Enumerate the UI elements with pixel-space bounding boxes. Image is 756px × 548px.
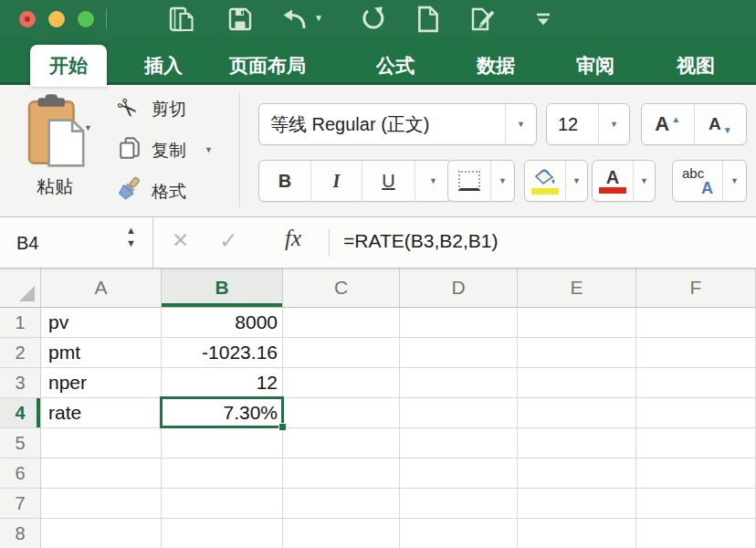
cell-B8[interactable] [162, 519, 283, 548]
row-header-6[interactable]: 6 [0, 458, 41, 489]
cell-D5[interactable] [400, 428, 518, 458]
toolbar-options-icon[interactable] [528, 5, 559, 33]
paste-button[interactable] [22, 92, 93, 176]
cell-F6[interactable] [636, 458, 756, 489]
borders-dropdown-chevron-icon[interactable]: ▼ [490, 161, 514, 201]
cell-A3[interactable]: nper [41, 368, 162, 398]
underline-dropdown-chevron-icon[interactable]: ▼ [415, 161, 451, 201]
paste-dropdown-chevron-icon[interactable]: ▼ [84, 123, 92, 132]
cell-B3[interactable]: 12 [162, 368, 283, 398]
row-header-7[interactable]: 7 [0, 489, 41, 519]
italic-button[interactable]: I [310, 161, 362, 201]
row-header-1[interactable]: 1 [0, 308, 41, 338]
cell-B5[interactable] [162, 428, 283, 458]
cell-E6[interactable] [518, 458, 636, 489]
cell-A2[interactable]: pmt [41, 338, 162, 368]
cell-B6[interactable] [162, 458, 283, 489]
cell-A8[interactable] [41, 519, 162, 548]
font-name-select[interactable]: 等线 Regular (正文) ▼ [258, 103, 537, 145]
format-painter-icon[interactable] [115, 175, 142, 206]
phonetic-chevron-icon[interactable]: ▼ [722, 161, 746, 201]
tab-formulas[interactable]: 公式 [354, 46, 436, 85]
cell-E2[interactable] [518, 338, 636, 368]
cell-F3[interactable] [636, 368, 756, 398]
borders-button[interactable] [448, 161, 490, 201]
format-painter-label[interactable]: 格式 [152, 180, 186, 204]
cell-C3[interactable] [283, 368, 400, 398]
cell-C6[interactable] [283, 458, 400, 489]
save-icon[interactable] [225, 5, 256, 33]
cell-E4[interactable] [518, 398, 636, 428]
cancel-icon[interactable]: ✕ [172, 228, 189, 253]
select-all-corner[interactable] [0, 269, 41, 308]
minimize-button[interactable] [48, 11, 65, 27]
fill-color-button[interactable] [525, 161, 565, 201]
tab-home[interactable]: 开始 [30, 45, 107, 87]
font-color-button[interactable]: A [593, 161, 633, 201]
row-header-4[interactable]: 4 [0, 398, 41, 428]
underline-button[interactable]: U [362, 161, 415, 201]
redo-icon[interactable] [358, 5, 389, 33]
cell-F1[interactable] [636, 308, 756, 338]
cell-B2[interactable]: -1023.16 [162, 338, 283, 368]
cut-label[interactable]: 剪切 [152, 98, 186, 121]
undo-icon[interactable] [279, 5, 310, 33]
tab-review[interactable]: 审阅 [555, 46, 635, 85]
cell-D1[interactable] [400, 308, 518, 338]
cell-E8[interactable] [518, 519, 636, 548]
cell-F7[interactable] [636, 489, 756, 519]
grow-font-button[interactable]: A ▲ [642, 104, 694, 144]
new-document-icon[interactable] [413, 5, 444, 33]
copy-icon[interactable] [119, 136, 141, 163]
cell-C5[interactable] [283, 428, 400, 458]
cell-C7[interactable] [283, 489, 400, 519]
row-header-2[interactable]: 2 [0, 338, 41, 368]
cell-C1[interactable] [283, 308, 400, 338]
cell-E1[interactable] [518, 308, 636, 338]
cell-F2[interactable] [636, 338, 756, 368]
name-box-stepper[interactable]: ▲ ▼ [126, 226, 136, 251]
phonetic-button[interactable]: abc A [673, 161, 722, 201]
close-button[interactable] [19, 11, 36, 27]
paste-label[interactable]: 粘贴 [20, 174, 89, 199]
edit-document-icon[interactable] [467, 5, 499, 33]
undo-dropdown-chevron-icon[interactable]: ▼ [314, 13, 323, 23]
cell-A4[interactable]: rate [41, 398, 162, 428]
cell-E7[interactable] [518, 489, 636, 519]
tab-data[interactable]: 数据 [455, 46, 537, 85]
column-header-E[interactable]: E [518, 269, 636, 308]
cell-C4[interactable] [283, 398, 400, 428]
tab-view[interactable]: 视图 [656, 46, 736, 85]
scissors-icon[interactable]: ✂ [110, 91, 144, 126]
active-cell-selection[interactable] [160, 396, 284, 428]
fullscreen-button[interactable] [78, 11, 94, 27]
stepper-up-icon[interactable]: ▲ [126, 226, 136, 238]
cell-E5[interactable] [518, 428, 636, 458]
font-name-chevron-icon[interactable]: ▼ [505, 104, 536, 144]
cell-B7[interactable] [162, 489, 283, 519]
workbook-gallery-icon[interactable] [166, 5, 197, 33]
column-header-D[interactable]: D [400, 269, 518, 308]
formula-input[interactable]: =RATE(B3,B2,B1) [343, 230, 498, 252]
cell-A6[interactable] [41, 458, 162, 489]
cell-C8[interactable] [283, 519, 400, 548]
cell-A1[interactable]: pv [41, 308, 162, 338]
column-header-A[interactable]: A [41, 269, 162, 308]
column-header-F[interactable]: F [636, 269, 756, 308]
fill-handle[interactable] [278, 423, 287, 431]
cell-D2[interactable] [400, 338, 518, 368]
cell-B1[interactable]: 8000 [162, 308, 283, 338]
tab-insert[interactable]: 插入 [128, 46, 199, 85]
cell-F5[interactable] [636, 428, 756, 458]
tab-page-layout[interactable]: 页面布局 [208, 46, 327, 85]
cell-A5[interactable] [41, 428, 162, 458]
cell-F8[interactable] [636, 519, 756, 548]
cell-F4[interactable] [636, 398, 756, 428]
cell-D6[interactable] [400, 458, 518, 489]
cell-D8[interactable] [400, 519, 518, 548]
row-header-8[interactable]: 8 [0, 519, 41, 548]
row-header-3[interactable]: 3 [0, 368, 41, 398]
cell-D4[interactable] [400, 398, 518, 428]
stepper-down-icon[interactable]: ▼ [126, 238, 136, 251]
cell-D7[interactable] [400, 489, 518, 519]
